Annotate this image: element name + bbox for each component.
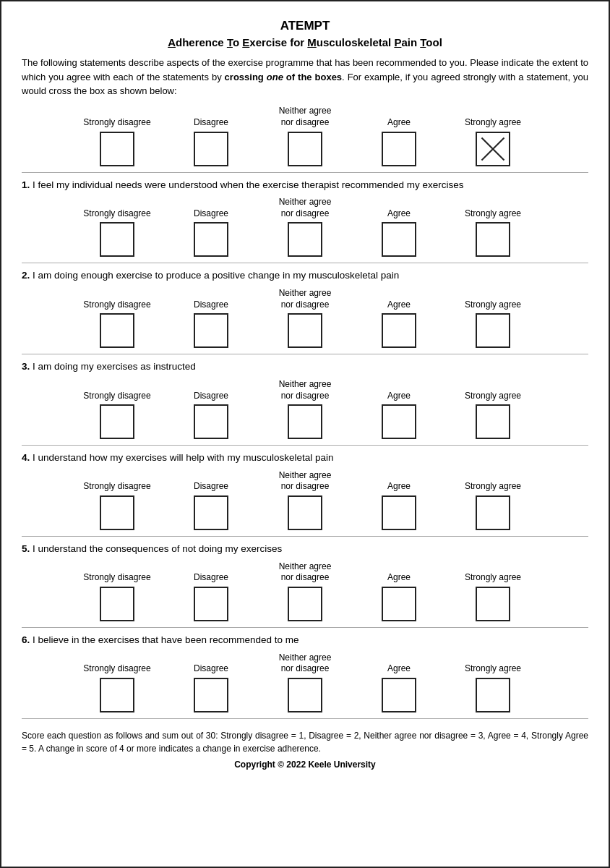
question-4-scale: Strongly disagree Disagree Neither agree… (22, 469, 588, 530)
q3-strongly-agree-label: Strongly agree (465, 378, 521, 401)
q2-disagree-label: Disagree (194, 287, 228, 310)
example-neither-label: Neither agreenor disagree (279, 106, 332, 129)
q6-strongly-agree-box[interactable] (476, 678, 510, 712)
q5-strongly-agree-label: Strongly agree (465, 561, 521, 584)
divider-4 (22, 536, 588, 537)
q3-strongly-agree-box[interactable] (476, 404, 510, 439)
q1-agree-label: Agree (387, 196, 411, 219)
q1-strongly-agree-box[interactable] (476, 222, 510, 257)
q2-agree-label: Agree (387, 287, 411, 310)
q6-strongly-agree-label: Strongly agree (465, 652, 521, 675)
q3-neither-box[interactable] (288, 404, 322, 439)
question-1-text: 1. I feel my individual needs were under… (22, 179, 588, 192)
footer-text: Score each question as follows and sum o… (22, 729, 588, 755)
q6-neither-box[interactable] (288, 678, 322, 712)
example-disagree: Disagree (164, 106, 258, 166)
q1-strongly-agree-label: Strongly agree (465, 196, 521, 219)
q3-disagree-box[interactable] (194, 404, 228, 439)
question-3-scale: Strongly disagree Disagree Neither agree… (22, 378, 588, 439)
q5-strongly-disagree-box[interactable] (100, 587, 134, 621)
q5-agree-label: Agree (387, 561, 411, 584)
example-disagree-box (194, 132, 228, 166)
q4-agree-box[interactable] (382, 495, 416, 530)
q6-disagree-box[interactable] (194, 678, 228, 712)
question-5-block: 5. I understand the consequences of not … (22, 542, 588, 621)
q4-strongly-agree-label: Strongly agree (465, 469, 521, 493)
example-neither: Neither agreenor disagree (258, 106, 352, 166)
q5-disagree-box[interactable] (194, 587, 228, 621)
q5-neither-box[interactable] (288, 587, 322, 621)
q5-agree-box[interactable] (382, 587, 416, 621)
question-3-text: 3. I am doing my exercises as instructed (22, 360, 588, 374)
example-agree: Agree (352, 106, 446, 166)
q1-neither-box[interactable] (288, 222, 322, 257)
q3-neither-label: Neither agreenor disagree (279, 378, 332, 401)
q4-strongly-disagree-label: Strongly disagree (83, 469, 150, 493)
q5-strongly-agree-box[interactable] (476, 587, 510, 621)
example-strongly-disagree-label: Strongly disagree (83, 106, 150, 129)
q2-disagree-box[interactable] (194, 313, 228, 348)
q1-disagree-label: Disagree (194, 196, 228, 219)
q3-strongly-disagree-box[interactable] (100, 404, 134, 439)
q1-agree-box[interactable] (382, 222, 416, 257)
q6-agree-box[interactable] (382, 678, 416, 712)
q3-strongly-disagree-label: Strongly disagree (83, 378, 150, 401)
q6-disagree-label: Disagree (194, 652, 228, 675)
example-strongly-disagree: Strongly disagree (70, 106, 164, 166)
divider-6 (22, 718, 588, 719)
example-scale-row: Strongly disagree Disagree Neither agree… (22, 106, 588, 166)
q6-neither-label: Neither agreenor disagree (279, 652, 332, 675)
q1-strongly-disagree-label: Strongly disagree (83, 196, 150, 219)
q6-strongly-disagree-box[interactable] (100, 678, 134, 712)
example-agree-box (382, 132, 416, 166)
q5-strongly-disagree-label: Strongly disagree (83, 561, 150, 584)
divider-3 (22, 445, 588, 446)
page-subtitle: Adherence To Exercise for Musculoskeleta… (22, 36, 588, 48)
question-2-text: 2. I am doing enough exercise to produce… (22, 269, 588, 283)
page-title: ATEMPT (22, 19, 588, 33)
question-2-scale: Strongly disagree Disagree Neither agree… (22, 287, 588, 348)
example-strongly-agree-box (476, 132, 510, 166)
example-strongly-agree-label: Strongly agree (465, 106, 521, 129)
example-neither-box (288, 132, 322, 166)
q5-neither-label: Neither agreenor disagree (279, 561, 332, 584)
intro-text: The following statements describe aspect… (22, 56, 588, 98)
q6-agree-label: Agree (387, 652, 411, 675)
q2-neither-label: Neither agreenor disagree (279, 287, 332, 310)
q4-strongly-disagree-box[interactable] (100, 495, 134, 530)
q4-strongly-agree-box[interactable] (476, 495, 510, 530)
q1-strongly-disagree-box[interactable] (100, 222, 134, 257)
q1-disagree-box[interactable] (194, 222, 228, 257)
q3-agree-label: Agree (387, 378, 411, 401)
question-6-scale: Strongly disagree Disagree Neither agree… (22, 652, 588, 712)
example-strongly-disagree-box (100, 132, 134, 166)
example-disagree-label: Disagree (194, 106, 228, 129)
q1-neither-label: Neither agreenor disagree (279, 196, 332, 219)
q4-disagree-label: Disagree (194, 469, 228, 493)
example-agree-label: Agree (387, 106, 411, 129)
q2-strongly-agree-label: Strongly agree (465, 287, 521, 310)
divider-1 (22, 263, 588, 263)
form-page: ATEMPT Adherence To Exercise for Musculo… (0, 0, 610, 868)
question-3-block: 3. I am doing my exercises as instructed… (22, 360, 588, 439)
question-4-block: 4. I understand how my exercises will he… (22, 451, 588, 530)
question-6-block: 6. I believe in the exercises that have … (22, 634, 588, 712)
question-5-text: 5. I understand the consequences of not … (22, 542, 588, 556)
q2-strongly-disagree-box[interactable] (100, 313, 134, 348)
q2-strongly-agree-box[interactable] (476, 313, 510, 348)
question-5-scale: Strongly disagree Disagree Neither agree… (22, 561, 588, 621)
q6-strongly-disagree-label: Strongly disagree (83, 652, 150, 675)
q4-disagree-box[interactable] (194, 495, 228, 530)
footer-copyright: Copyright © 2022 Keele University (22, 760, 588, 770)
q3-disagree-label: Disagree (194, 378, 228, 401)
q2-neither-box[interactable] (288, 313, 322, 348)
q2-agree-box[interactable] (382, 313, 416, 348)
question-2-block: 2. I am doing enough exercise to produce… (22, 269, 588, 348)
q3-agree-box[interactable] (382, 404, 416, 439)
question-1-scale: Strongly disagree Disagree Neither agree… (22, 196, 588, 257)
q2-strongly-disagree-label: Strongly disagree (83, 287, 150, 310)
q4-neither-box[interactable] (288, 495, 322, 530)
question-6-text: 6. I believe in the exercises that have … (22, 634, 588, 647)
question-4-text: 4. I understand how my exercises will he… (22, 451, 588, 465)
q5-disagree-label: Disagree (194, 561, 228, 584)
